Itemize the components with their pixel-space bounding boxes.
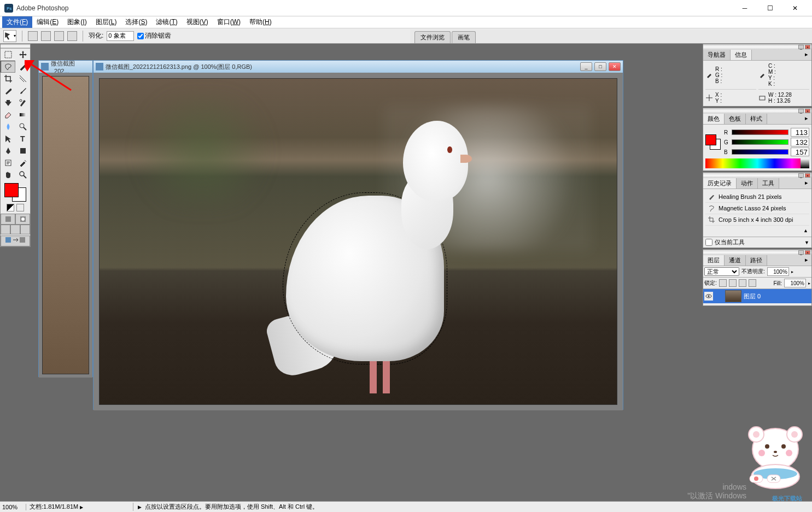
slice-tool[interactable] [15, 73, 30, 85]
tab-paths[interactable]: 路径 [746, 255, 767, 266]
tab-color[interactable]: 颜色 [703, 114, 725, 124]
marquee-tool[interactable] [1, 49, 15, 61]
menu-layer[interactable]: 图层(L) [91, 16, 121, 28]
menu-file[interactable]: 文件(F) [2, 16, 32, 28]
scroll-down-icon[interactable]: ▼ [804, 240, 809, 245]
fill-flyout-icon[interactable]: ▸ [808, 281, 810, 286]
lock-position-button[interactable] [739, 279, 746, 287]
document-size[interactable]: 文档:1.81M/1.81M ▶ [26, 503, 133, 511]
menu-edit[interactable]: 编辑(E) [32, 16, 63, 28]
color-swatch-pair[interactable] [705, 134, 721, 150]
selection-add-button[interactable] [41, 31, 51, 41]
history-brush-tool[interactable] [15, 97, 30, 109]
current-tool-only-checkbox[interactable] [705, 239, 712, 246]
g-slider[interactable] [732, 139, 788, 145]
r-slider[interactable] [732, 130, 788, 135]
menu-select[interactable]: 选择(S) [121, 16, 151, 28]
fg-swatch[interactable] [705, 134, 716, 145]
layer-row[interactable]: 图层 0 [703, 289, 811, 303]
feather-input[interactable] [107, 31, 134, 41]
menu-filter[interactable]: 滤镜(T) [151, 16, 182, 28]
tab-info[interactable]: 信息 [731, 50, 752, 60]
current-tool-icon[interactable]: ▾ [3, 30, 16, 42]
panel-minimize-icon[interactable]: _ [798, 250, 804, 255]
selection-new-button[interactable] [28, 31, 38, 41]
layer-name[interactable]: 图层 0 [744, 292, 761, 301]
menu-image[interactable]: 图象(I) [63, 16, 91, 28]
tab-actions[interactable]: 动作 [737, 178, 758, 189]
antialias-check-input[interactable] [137, 33, 144, 39]
panel-close-icon[interactable]: × [805, 109, 810, 113]
panel-menu-icon[interactable]: ▸ [802, 178, 811, 189]
maximize-button[interactable]: ☐ [757, 0, 782, 16]
crop-tool[interactable] [1, 73, 15, 85]
standard-mode-button[interactable] [1, 214, 15, 225]
panel-menu-icon[interactable]: ▸ [802, 114, 811, 124]
menu-window[interactable]: 窗口(W) [213, 16, 245, 28]
blur-tool[interactable] [1, 121, 15, 133]
lock-all-button[interactable] [749, 279, 756, 287]
quickmask-mode-button[interactable] [15, 214, 30, 225]
layer-visibility-icon[interactable] [704, 292, 713, 301]
type-tool[interactable]: T [15, 133, 30, 145]
tab-channels[interactable]: 通道 [725, 255, 746, 266]
lasso-tool[interactable] [1, 61, 15, 73]
fullscreen-button[interactable] [20, 225, 30, 234]
clone-stamp-tool[interactable] [1, 97, 15, 109]
selection-intersect-button[interactable] [67, 31, 77, 41]
b-slider[interactable] [732, 149, 788, 155]
selection-subtract-button[interactable] [54, 31, 64, 41]
fill-input[interactable] [784, 279, 806, 287]
fullscreen-menubar-button[interactable] [10, 225, 20, 234]
lock-transparency-button[interactable] [719, 279, 727, 287]
jump-to-button[interactable] [1, 236, 30, 246]
notes-tool[interactable] [1, 157, 15, 169]
doc-minimize-button[interactable]: _ [580, 62, 592, 71]
minimize-button[interactable]: ─ [732, 0, 757, 16]
panelwell-tab-brushes[interactable]: 画笔 [452, 31, 476, 43]
history-item[interactable]: Magnetic Lasso 24 pixels [705, 203, 809, 214]
tab-styles[interactable]: 样式 [746, 114, 767, 124]
menu-help[interactable]: 帮助(H) [245, 16, 276, 28]
tab-layers[interactable]: 图层 [703, 255, 725, 266]
zoom-tool[interactable] [15, 169, 30, 181]
healing-brush-tool[interactable] [1, 85, 15, 97]
tab-tools[interactable]: 工具 [758, 178, 779, 189]
doc-maximize-button[interactable]: □ [594, 62, 606, 71]
doc-close-button[interactable]: ✕ [609, 62, 621, 71]
layer-thumbnail[interactable] [725, 290, 741, 302]
b-value-input[interactable] [791, 148, 809, 156]
color-spectrum[interactable] [705, 158, 809, 168]
panel-minimize-icon[interactable]: _ [798, 45, 804, 49]
document-window-back[interactable]: 微信截图_202... [38, 60, 93, 377]
panel-menu-icon[interactable]: ▸ [802, 50, 811, 60]
panel-minimize-icon[interactable]: _ [798, 109, 804, 113]
dodge-tool[interactable] [15, 121, 30, 133]
g-value-input[interactable] [791, 138, 809, 146]
tab-history[interactable]: 历史记录 [703, 178, 737, 189]
brush-tool[interactable] [15, 85, 30, 97]
pen-tool[interactable] [1, 145, 15, 157]
gradient-tool[interactable] [15, 109, 30, 121]
standard-screen-button[interactable] [1, 225, 10, 234]
document-canvas-front[interactable] [99, 78, 617, 405]
document-titlebar-back[interactable]: 微信截图_202... [39, 61, 92, 73]
history-item[interactable]: Crop 5 inch x 4 inch 300 dpi [705, 214, 809, 226]
panel-minimize-icon[interactable]: _ [798, 173, 804, 178]
opacity-input[interactable] [767, 267, 789, 276]
path-selection-tool[interactable] [1, 133, 15, 145]
panelwell-tab-filebrowser[interactable]: 文件浏览 [414, 31, 451, 43]
lock-image-button[interactable] [729, 279, 737, 287]
blend-mode-select[interactable]: 正常 [704, 267, 739, 276]
document-canvas-back[interactable] [42, 76, 89, 374]
move-tool[interactable] [15, 49, 30, 61]
default-colors-icon[interactable] [7, 204, 14, 211]
panel-close-icon[interactable]: × [805, 250, 810, 255]
tab-navigator[interactable]: 导航器 [703, 50, 731, 60]
menu-view[interactable]: 视图(V) [182, 16, 213, 28]
panel-close-icon[interactable]: × [805, 45, 810, 49]
tab-swatches[interactable]: 色板 [725, 114, 746, 124]
history-item[interactable]: Healing Brush 21 pixels [705, 191, 809, 203]
shape-tool[interactable] [15, 145, 30, 157]
opacity-flyout-icon[interactable]: ▸ [791, 269, 793, 274]
